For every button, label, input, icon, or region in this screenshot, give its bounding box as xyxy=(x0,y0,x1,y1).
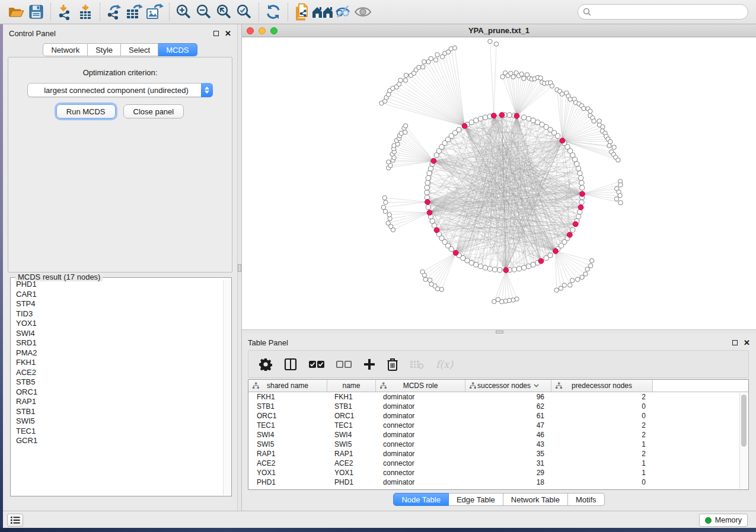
zoom-selected-button[interactable] xyxy=(234,2,254,21)
node-table-scrollbar[interactable] xyxy=(739,393,748,489)
tab-node-table[interactable]: Node Table xyxy=(393,493,449,506)
export-network-button[interactable] xyxy=(104,2,125,21)
mcds-result-item[interactable]: TID3 xyxy=(11,309,223,319)
horizontal-splitter[interactable] xyxy=(242,329,756,334)
toolbar-separator xyxy=(100,3,100,21)
table-row[interactable]: ORC1ORC1dominator610 xyxy=(248,411,748,421)
mcds-result-item[interactable]: YOX1 xyxy=(11,319,223,329)
export-table-button[interactable] xyxy=(125,2,145,21)
zoom-out-button[interactable] xyxy=(194,2,214,21)
vertical-splitter[interactable] xyxy=(237,24,242,511)
memory-button[interactable]: Memory xyxy=(699,514,748,527)
table-row[interactable]: RAP1RAP1dominator352 xyxy=(248,449,748,459)
network-window-titlebar[interactable]: YPA_prune.txt_1 xyxy=(242,24,756,37)
tab-mcds[interactable]: MCDS xyxy=(158,43,197,56)
tab-motifs[interactable]: Motifs xyxy=(568,493,605,506)
import-table-button[interactable] xyxy=(75,2,95,21)
table-toolbar: f(x) xyxy=(248,350,749,378)
mcds-result-list[interactable]: PHD1CAR1STP4TID3YOX1SWI4SRD1PMA2FKH1ACE2… xyxy=(11,280,223,495)
node-table[interactable]: shared namenameMCDS rolesuccessor nodesp… xyxy=(248,379,749,490)
table-row[interactable]: FKH1FKH1dominator962 xyxy=(248,392,748,402)
mcds-result-item[interactable]: GCR1 xyxy=(11,436,223,446)
column-header-successor-nodes[interactable]: successor nodes xyxy=(465,380,551,392)
export-image-button[interactable] xyxy=(145,2,165,21)
cell-mcds_role: dominator xyxy=(376,402,465,411)
column-header-name[interactable]: name xyxy=(327,380,376,392)
table-row[interactable]: PHD1PHD1dominator180 xyxy=(248,477,748,487)
criterion-dropdown[interactable]: largest connected component (undirected) xyxy=(27,83,213,97)
function-builder-icon: f(x) xyxy=(436,358,453,370)
mcds-result-item[interactable]: SWI4 xyxy=(11,329,223,339)
save-session-button[interactable] xyxy=(26,2,46,21)
tab-select[interactable]: Select xyxy=(121,43,158,56)
show-columns-icon[interactable] xyxy=(284,358,297,371)
column-header-shared-name[interactable]: shared name xyxy=(248,380,327,392)
column-header-predecessor-nodes[interactable]: predecessor nodes xyxy=(551,380,653,392)
mcds-result-item[interactable]: STB5 xyxy=(11,377,223,387)
mcds-result-item[interactable]: RAP1 xyxy=(11,397,223,407)
table-row[interactable]: SWI4SWI4dominator462 xyxy=(248,430,748,440)
mcds-result-item[interactable]: PHD1 xyxy=(11,280,223,290)
zoom-fit-button[interactable] xyxy=(214,2,234,21)
table-row[interactable]: YOX1YOX1connector291 xyxy=(248,468,748,477)
mcds-result-item[interactable]: SRD1 xyxy=(11,338,223,348)
table-row[interactable]: ACE2ACE2connector311 xyxy=(248,459,748,468)
twin-houses-button[interactable] xyxy=(312,2,333,21)
settings-gear-icon[interactable] xyxy=(259,358,272,371)
run-mcds-button[interactable]: Run MCDS xyxy=(56,104,116,118)
close-panel-icon[interactable]: ✕ xyxy=(225,31,231,36)
open-file-button[interactable] xyxy=(6,2,26,21)
cell-predecessor_nodes: 1 xyxy=(551,440,653,448)
sort-desc-icon xyxy=(534,384,539,387)
show-eye-button[interactable] xyxy=(353,2,373,21)
mcds-result-item[interactable]: PMA2 xyxy=(11,348,223,358)
cell-predecessor_nodes: 2 xyxy=(551,431,653,439)
mcds-result-scrollbar[interactable] xyxy=(223,280,231,495)
network-canvas[interactable] xyxy=(242,37,756,329)
clone-network-button[interactable] xyxy=(292,2,312,21)
refresh-layout-button[interactable] xyxy=(263,2,283,21)
cell-predecessor_nodes: 2 xyxy=(551,421,653,430)
mcds-result-item[interactable]: CAR1 xyxy=(11,290,223,300)
deselect-all-checks-icon[interactable] xyxy=(336,360,352,368)
table-close-panel-icon[interactable]: ✕ xyxy=(744,340,750,345)
column-header-MCDS-role[interactable]: MCDS role xyxy=(376,380,465,392)
tab-network[interactable]: Network xyxy=(43,43,88,56)
mcds-result-item[interactable]: SWI5 xyxy=(11,416,223,427)
mcds-result-item[interactable]: FKH1 xyxy=(11,358,223,368)
table-row[interactable]: TEC1TEC1connector472 xyxy=(248,421,748,430)
delete-column-icon[interactable] xyxy=(387,358,398,371)
cell-successor_nodes: 31 xyxy=(465,459,551,467)
tab-edge-table[interactable]: Edge Table xyxy=(449,493,503,506)
search-box[interactable] xyxy=(578,4,748,20)
task-history-button[interactable] xyxy=(7,514,23,527)
import-network-button[interactable] xyxy=(55,2,75,21)
scrollbar-thumb[interactable] xyxy=(741,395,747,447)
tab-style[interactable]: Style xyxy=(88,43,121,56)
table-tabs: Node TableEdge TableNetwork TableMotifs xyxy=(393,493,604,506)
export-image-icon xyxy=(146,4,164,20)
table-row[interactable]: SWI5SWI5connector431 xyxy=(248,440,748,449)
select-all-checks-icon[interactable] xyxy=(309,360,324,368)
add-column-icon[interactable] xyxy=(363,358,375,370)
zoom-fit-icon xyxy=(216,4,232,20)
table-float-panel-icon[interactable] xyxy=(732,340,738,345)
zoom-in-button[interactable] xyxy=(174,2,194,21)
mcds-result-item[interactable]: TEC1 xyxy=(11,427,223,437)
mcds-result-item[interactable]: STP4 xyxy=(11,299,223,309)
criterion-dropdown-value: largest connected component (undirected) xyxy=(28,86,201,95)
cell-mcds_role: dominator xyxy=(376,412,465,420)
search-input[interactable] xyxy=(591,8,748,17)
mcds-result-item[interactable]: ORC1 xyxy=(11,387,223,398)
float-panel-icon[interactable] xyxy=(213,31,219,36)
mcds-result-item[interactable]: ACE2 xyxy=(11,368,223,378)
vertical-splitter-grip[interactable] xyxy=(238,264,241,272)
close-panel-button[interactable]: Close panel xyxy=(123,104,184,118)
table-row[interactable]: STB1STB1dominator620 xyxy=(248,402,748,411)
hide-glasses-button[interactable] xyxy=(333,2,353,21)
tab-network-table[interactable]: Network Table xyxy=(503,493,568,506)
control-panel: Control Panel ✕ NetworkStyleSelectMCDS O… xyxy=(3,24,237,511)
mcds-result-item[interactable]: STB1 xyxy=(11,407,223,417)
cell-mcds_role: connector xyxy=(376,421,465,430)
column-header-label: successor nodes xyxy=(477,382,531,390)
